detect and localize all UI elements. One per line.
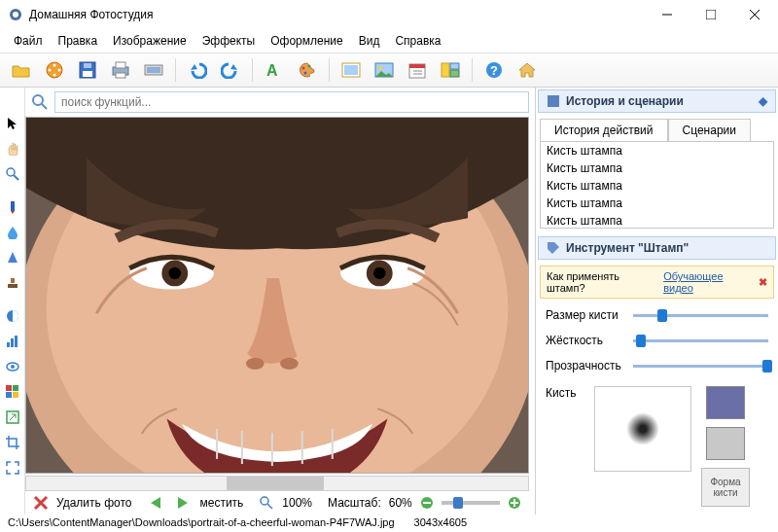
svg-point-10 bbox=[58, 69, 61, 72]
tab-scenarios[interactable]: Сценарии bbox=[668, 119, 751, 141]
menu-design[interactable]: Оформление bbox=[263, 31, 350, 51]
brush-preview[interactable] bbox=[594, 386, 691, 472]
history-item[interactable]: Кисть штампа bbox=[541, 142, 773, 160]
hardness-row: Жёсткость bbox=[536, 328, 778, 353]
brush-size-slider[interactable] bbox=[633, 314, 768, 317]
brush-shape-button[interactable]: Форма кисти bbox=[701, 468, 750, 507]
pin-icon[interactable]: ◆ bbox=[759, 94, 767, 108]
svg-point-72 bbox=[261, 497, 268, 505]
status-dimensions: 3043x4605 bbox=[414, 516, 467, 528]
minimize-button[interactable] bbox=[645, 0, 689, 29]
print-button[interactable] bbox=[105, 56, 136, 84]
svg-text:?: ? bbox=[490, 63, 498, 78]
zoom-in-icon[interactable] bbox=[508, 496, 521, 510]
history-item[interactable]: Кисть штампа bbox=[541, 212, 773, 229]
hand-tool[interactable] bbox=[4, 140, 21, 158]
zoom100-icon[interactable] bbox=[259, 495, 274, 511]
resize-tool[interactable] bbox=[4, 408, 21, 426]
scale-label: Масштаб: bbox=[328, 496, 381, 510]
menu-view[interactable]: Вид bbox=[351, 31, 388, 51]
svg-rect-39 bbox=[11, 278, 15, 283]
delete-icon[interactable] bbox=[33, 495, 49, 511]
menu-edit[interactable]: Правка bbox=[51, 31, 106, 51]
right-panel: История и сценарии ◆ История действий Сц… bbox=[535, 88, 778, 514]
hint-link[interactable]: Обучающее видео bbox=[663, 270, 755, 294]
next-icon[interactable] bbox=[174, 496, 192, 510]
history-item[interactable]: Кисть штампа bbox=[541, 195, 773, 212]
zoom100-label[interactable]: 100% bbox=[282, 496, 312, 510]
menu-bar: Файл Правка Изображение Эффекты Оформлен… bbox=[0, 29, 778, 53]
opacity-slider[interactable] bbox=[633, 365, 768, 368]
fit-label[interactable]: местить bbox=[199, 496, 243, 510]
colors-tool[interactable] bbox=[4, 383, 21, 401]
home-icon bbox=[517, 61, 537, 79]
horizontal-scrollbar[interactable] bbox=[25, 476, 529, 491]
hand-icon bbox=[6, 142, 19, 156]
collage-button[interactable] bbox=[435, 56, 466, 84]
svg-rect-40 bbox=[8, 284, 18, 288]
separator bbox=[252, 58, 253, 82]
search-icon[interactable] bbox=[31, 93, 49, 111]
droplet-icon bbox=[6, 226, 19, 239]
contrast-tool[interactable] bbox=[4, 307, 21, 325]
history-item[interactable]: Кисть штампа bbox=[541, 160, 773, 177]
search-input[interactable] bbox=[54, 91, 529, 113]
history-list[interactable]: Кисть штампаКисть штампаКисть штампаКист… bbox=[540, 141, 774, 229]
color-swatch-2[interactable] bbox=[706, 427, 745, 460]
hint-close-icon[interactable]: ✖ bbox=[759, 276, 767, 289]
svg-line-73 bbox=[267, 504, 272, 509]
pointer-tool[interactable] bbox=[4, 115, 21, 132]
image-canvas[interactable] bbox=[25, 117, 529, 474]
status-path: C:\Users\ContentManager\Downloads\portra… bbox=[8, 516, 395, 528]
menu-help[interactable]: Справка bbox=[387, 31, 448, 51]
levels-tool[interactable] bbox=[4, 333, 21, 350]
help-button[interactable]: ? bbox=[478, 56, 510, 84]
stamp-icon bbox=[6, 276, 19, 290]
zoom-slider[interactable] bbox=[442, 501, 500, 505]
calendar-button[interactable] bbox=[402, 56, 433, 84]
text-button[interactable]: A bbox=[259, 56, 290, 84]
eyedropper-tool[interactable] bbox=[4, 198, 21, 216]
close-button[interactable] bbox=[732, 0, 776, 29]
wheel-button[interactable] bbox=[39, 56, 70, 84]
svg-rect-44 bbox=[15, 336, 18, 347]
svg-rect-38 bbox=[11, 201, 15, 211]
eye-tool[interactable] bbox=[4, 358, 21, 375]
brush-button[interactable] bbox=[292, 56, 323, 84]
history-item[interactable]: Кисть штампа bbox=[541, 177, 773, 195]
delete-label[interactable]: Удалить фото bbox=[56, 496, 131, 510]
redo-button[interactable] bbox=[215, 56, 246, 84]
tab-history[interactable]: История действий bbox=[540, 119, 668, 141]
zoom-tool[interactable] bbox=[4, 165, 21, 183]
menu-effects[interactable]: Эффекты bbox=[194, 31, 264, 51]
svg-rect-3 bbox=[706, 10, 716, 19]
maximize-button[interactable] bbox=[689, 0, 732, 29]
hardness-slider[interactable] bbox=[633, 339, 768, 342]
menu-file[interactable]: Файл bbox=[6, 31, 51, 51]
frame2-button[interactable] bbox=[369, 56, 400, 84]
droplet-tool[interactable] bbox=[4, 224, 21, 241]
resize-icon bbox=[6, 410, 19, 424]
undo-button[interactable] bbox=[182, 56, 213, 84]
cone-tool[interactable] bbox=[4, 249, 21, 266]
film-reel-icon bbox=[45, 60, 64, 80]
expand-tool[interactable] bbox=[4, 459, 21, 477]
frame1-button[interactable] bbox=[336, 56, 367, 84]
svg-point-9 bbox=[49, 69, 52, 72]
crop-tool[interactable] bbox=[4, 434, 21, 451]
levels-icon bbox=[6, 335, 19, 348]
menu-image[interactable]: Изображение bbox=[105, 31, 194, 51]
stamp-tool[interactable] bbox=[4, 274, 21, 292]
svg-point-26 bbox=[378, 66, 382, 70]
color-swatch-1[interactable] bbox=[706, 386, 745, 419]
svg-rect-48 bbox=[13, 385, 18, 391]
zoom-out-icon[interactable] bbox=[420, 496, 434, 510]
magnifier-icon bbox=[6, 167, 19, 181]
save-button[interactable] bbox=[72, 56, 103, 84]
svg-rect-31 bbox=[442, 63, 449, 77]
open-button[interactable] bbox=[6, 56, 37, 84]
prev-icon[interactable] bbox=[149, 496, 166, 510]
scan-button[interactable] bbox=[138, 56, 169, 84]
svg-rect-32 bbox=[450, 63, 459, 69]
home-button[interactable] bbox=[512, 56, 543, 84]
